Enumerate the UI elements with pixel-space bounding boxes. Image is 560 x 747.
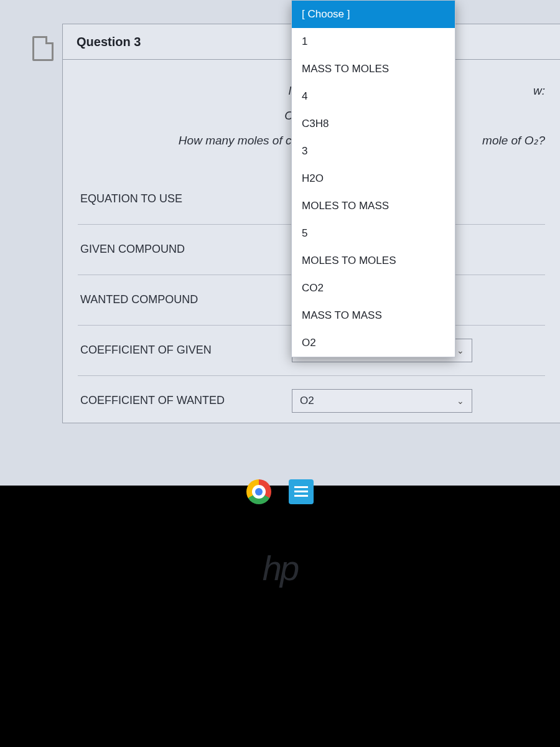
dropdown-option[interactable]: MASS TO MASS	[292, 302, 455, 329]
page-icon	[32, 36, 54, 61]
document-app-icon[interactable]	[289, 479, 314, 504]
row-label: GIVEN COMPOUND	[78, 243, 292, 256]
dropdown-option[interactable]: H2O	[292, 165, 455, 192]
intro-part: mole of O₂?	[482, 134, 545, 147]
row-label: COEFFICIENT OF WANTED	[78, 394, 292, 407]
dropdown-option[interactable]: 5	[292, 220, 455, 247]
dropdown-option[interactable]: MOLES TO MOLES	[292, 247, 455, 275]
dropdown-option[interactable]: O2	[292, 329, 455, 357]
dropdown-option[interactable]: [ Choose ]	[292, 1, 455, 28]
dropdown-option[interactable]: CO2	[292, 275, 455, 302]
intro-part: w:	[533, 84, 545, 97]
dropdown-option[interactable]: C3H8	[292, 110, 455, 138]
hp-logo: hp	[0, 548, 560, 588]
match-row: COEFFICIENT OF WANTED O2 ⌄	[78, 376, 545, 426]
dropdown-option[interactable]: 3	[292, 138, 455, 165]
question-title: Question 3	[77, 35, 141, 49]
screen: Question 3 Match the foll w: C₃H₈ How ma…	[0, 0, 560, 486]
select-value: O2	[300, 395, 314, 407]
row-label: WANTED COMPOUND	[78, 293, 292, 306]
chevron-down-icon: ⌄	[457, 345, 464, 355]
dropdown-list: [ Choose ] 1 MASS TO MOLES 4 C3H8 3 H2O …	[291, 0, 455, 357]
dropdown-option[interactable]: 1	[292, 28, 455, 55]
chevron-down-icon: ⌄	[457, 396, 464, 406]
row-label: COEFFICIENT OF GIVEN	[78, 344, 292, 357]
dropdown-option[interactable]: MASS TO MOLES	[292, 55, 455, 83]
row-select[interactable]: O2 ⌄	[292, 389, 472, 413]
taskbar	[0, 479, 560, 517]
chrome-icon[interactable]	[246, 479, 271, 504]
row-label: EQUATION TO USE	[78, 192, 292, 205]
dropdown-option[interactable]: MOLES TO MASS	[292, 192, 455, 220]
dropdown-option[interactable]: 4	[292, 83, 455, 110]
